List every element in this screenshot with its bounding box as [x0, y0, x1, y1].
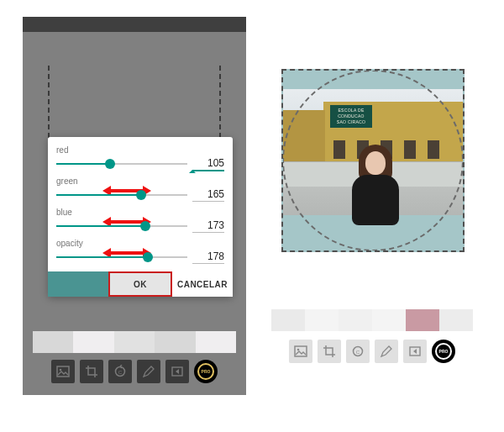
- status-bar: [23, 17, 246, 32]
- slider-opacity-row: opacity 178: [56, 239, 224, 265]
- share-icon[interactable]: [165, 360, 189, 383]
- pencil-icon[interactable]: [137, 360, 160, 383]
- dialog-button-row: OK CANCELAR: [48, 271, 233, 297]
- color-dialog: red 105 green: [48, 137, 233, 297]
- image-icon[interactable]: [289, 340, 312, 363]
- slider-blue[interactable]: [56, 219, 187, 234]
- rotate-icon[interactable]: C: [108, 360, 132, 383]
- bottom-toolbar-left: C PRO: [33, 360, 236, 383]
- slider-green[interactable]: [56, 187, 187, 203]
- svg-text:C: C: [118, 370, 123, 375]
- pro-badge-label: PRO: [197, 363, 214, 380]
- slider-green-value[interactable]: 165: [192, 188, 224, 202]
- slider-red-label: red: [56, 145, 224, 155]
- slider-red[interactable]: [56, 156, 187, 171]
- svg-rect-0: [57, 366, 69, 377]
- ok-button[interactable]: OK: [108, 271, 172, 297]
- rotate-icon[interactable]: C: [346, 340, 370, 363]
- crop-icon[interactable]: [80, 360, 103, 383]
- thumbnail-strip: [271, 309, 473, 331]
- image-icon[interactable]: [51, 360, 75, 383]
- left-screenshot: red 105 green: [23, 17, 246, 395]
- thumbnail-strip: [33, 331, 236, 353]
- slider-opacity-value[interactable]: 178: [192, 250, 224, 264]
- bottom-toolbar-right: C PRO: [271, 340, 473, 363]
- building-sign: ESCOLA DE CONDUCAO SAO CIRACO: [330, 105, 372, 128]
- slider-red-value[interactable]: 105: [192, 157, 224, 171]
- share-icon[interactable]: [403, 340, 427, 363]
- crop-area[interactable]: ESCOLA DE CONDUCAO SAO CIRACO: [281, 69, 465, 252]
- svg-point-6: [297, 349, 300, 351]
- slider-green-row: green 165: [56, 176, 224, 203]
- color-swatch: [48, 271, 108, 297]
- photo-preview: ESCOLA DE CONDUCAO SAO CIRACO: [283, 89, 463, 215]
- crop-icon[interactable]: [318, 340, 341, 363]
- slider-red-row: red 105: [56, 145, 224, 171]
- person: [349, 145, 402, 227]
- svg-point-1: [60, 369, 62, 371]
- svg-text:C: C: [356, 350, 360, 355]
- svg-rect-5: [295, 346, 307, 356]
- slider-blue-row: blue 173: [56, 208, 224, 234]
- slider-opacity[interactable]: [56, 250, 187, 265]
- slider-blue-value[interactable]: 173: [192, 219, 224, 233]
- cancel-button[interactable]: CANCELAR: [172, 271, 233, 297]
- right-screenshot: ESCOLA DE CONDUCAO SAO CIRACO: [261, 17, 483, 366]
- pro-badge[interactable]: PRO: [432, 340, 455, 363]
- pencil-icon[interactable]: [375, 340, 398, 363]
- pro-badge[interactable]: PRO: [194, 360, 218, 383]
- pro-badge-label: PRO: [435, 343, 452, 360]
